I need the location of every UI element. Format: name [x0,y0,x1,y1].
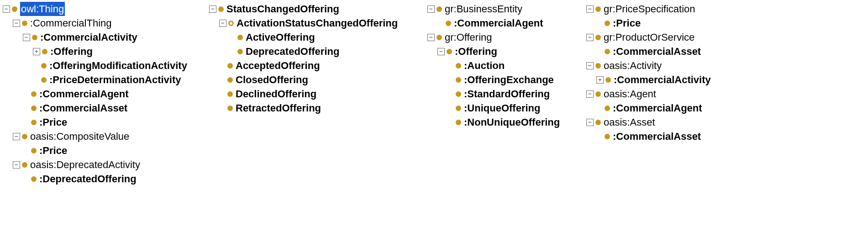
collapse-icon[interactable] [23,34,30,41]
collapse-icon[interactable] [13,161,20,169]
tree-node-declined-offering[interactable]: DeclinedOffering [219,87,427,101]
tree-node-price-2[interactable]: :Price [23,143,209,158]
tree-node-non-unique-offering[interactable]: :NonUniqueOffering [447,115,586,129]
tree-node-oasis-asset[interactable]: oasis:Asset [586,115,860,129]
class-icon [446,21,451,26]
class-icon [456,106,461,111]
tree-node-commercial-asset[interactable]: :CommercialAsset [23,101,209,115]
tree-node-offering-exchange[interactable]: :OfferingExchange [447,73,586,87]
tree-node-owl-thing[interactable]: owl:Thing [3,2,209,16]
tree-node-offering[interactable]: :Offering [33,44,209,58]
spacer-icon [447,119,454,126]
node-label: DeprecatedOffering [246,44,339,58]
class-icon [12,6,17,12]
tree-node-commercial-asset-4b[interactable]: :CommercialAsset [596,129,860,143]
tree-node-composite-value[interactable]: oasis:CompositeValue [13,129,209,143]
tree-node-commercial-thing[interactable]: :CommercialThing [13,16,209,30]
tree-node-business-entity[interactable]: gr:BusinessEntity [427,2,586,16]
collapse-icon[interactable] [586,119,594,126]
class-icon [227,77,233,83]
collapse-icon[interactable] [209,5,216,13]
class-icon [41,77,47,83]
tree-node-product-or-service[interactable]: gr:ProductOrService [586,30,860,44]
class-icon [595,120,601,125]
node-label: :Auction [464,58,505,73]
tree-node-standard-offering[interactable]: :StandardOffering [447,87,586,101]
tree-node-offering-modification-activity[interactable]: :OfferingModificationActivity [33,58,209,73]
tree-node-price[interactable]: :Price [23,115,209,129]
tree-node-accepted-offering[interactable]: AcceptedOffering [219,58,427,73]
node-label: ActiveOffering [246,30,315,44]
class-icon [605,21,610,26]
tree-node-activation-status-changed-offering[interactable]: ActivationStatusChangedOffering [219,16,427,30]
class-icon [31,120,37,125]
node-label: :Offering [50,44,93,58]
spacer-icon [447,63,454,69]
tree-node-offering-3[interactable]: :Offering [437,44,586,58]
tree-column-1: owl:Thing :CommercialThing [3,2,209,243]
tree-node-auction[interactable]: :Auction [447,58,586,73]
spacer-icon [33,77,39,83]
tree-node-price-4[interactable]: :Price [596,16,860,30]
class-icon [595,91,601,97]
tree-node-oasis-agent[interactable]: oasis:Agent [586,87,860,101]
tree-node-commercial-activity-4[interactable]: :CommercialActivity [596,73,860,87]
collapse-icon[interactable] [427,5,435,13]
collapse-icon[interactable] [13,133,20,140]
class-icon [227,63,233,69]
tree-node-commercial-agent-4[interactable]: :CommercialAgent [596,101,860,115]
collapse-icon[interactable] [586,34,594,41]
expand-icon[interactable] [33,48,40,55]
collapse-icon[interactable] [3,5,10,13]
node-label: :PriceDeterminationActivity [49,73,181,87]
tree-node-oasis-activity[interactable]: oasis:Activity [586,58,860,73]
tree-node-retracted-offering[interactable]: RetractedOffering [219,101,427,115]
node-label: :Price [39,115,67,129]
collapse-icon[interactable] [437,48,445,55]
collapse-icon[interactable] [586,5,594,13]
tree-node-price-determination-activity[interactable]: :PriceDeterminationActivity [33,73,209,87]
tree-node-commercial-activity[interactable]: :CommercialActivity [23,30,209,44]
class-icon [42,49,47,54]
tree-node-deprecated-offering-2[interactable]: DeprecatedOffering [229,44,427,58]
class-icon [456,63,461,69]
expand-icon[interactable] [596,76,604,84]
tree-node-commercial-agent[interactable]: :CommercialAgent [23,87,209,101]
tree-node-price-specification[interactable]: gr:PriceSpecification [586,2,860,16]
collapse-icon[interactable] [586,62,594,69]
spacer-icon [596,48,603,55]
node-label: gr:ProductOrService [604,30,694,44]
spacer-icon [596,105,603,111]
collapse-icon[interactable] [586,90,594,98]
tree-node-commercial-asset-4[interactable]: :CommercialAsset [596,44,860,58]
collapse-icon[interactable] [427,34,435,41]
tree-node-status-changed-offering[interactable]: StatusChangedOffering [209,2,427,16]
tree-node-active-offering[interactable]: ActiveOffering [229,30,427,44]
node-label: gr:BusinessEntity [445,2,522,16]
class-icon [595,63,601,69]
class-icon [227,106,233,111]
collapse-icon[interactable] [219,20,226,27]
tree-node-deprecated-activity[interactable]: oasis:DeprecatedActivity [13,158,209,172]
class-icon [456,91,461,97]
node-label: :Price [613,16,641,30]
tree-node-deprecated-offering[interactable]: :DeprecatedOffering [23,172,209,186]
class-icon [437,6,442,12]
tree-node-commercial-agent-3[interactable]: :CommercialAgent [437,16,586,30]
spacer-icon [447,91,454,97]
class-icon [595,35,601,40]
tree-node-gr-offering[interactable]: gr:Offering [427,30,586,44]
node-label: :CommercialAsset [613,129,701,143]
class-icon [31,176,37,182]
node-label: :CommercialActivity [40,30,137,44]
spacer-icon [23,105,29,111]
equiv-class-icon [228,21,234,26]
class-icon [595,6,601,12]
node-label: oasis:Agent [604,87,656,101]
spacer-icon [219,105,226,111]
tree-node-unique-offering[interactable]: :UniqueOffering [447,101,586,115]
collapse-icon[interactable] [13,20,20,27]
tree-node-closed-offering[interactable]: ClosedOffering [219,73,427,87]
node-label: StatusChangedOffering [226,2,339,16]
spacer-icon [23,91,29,97]
